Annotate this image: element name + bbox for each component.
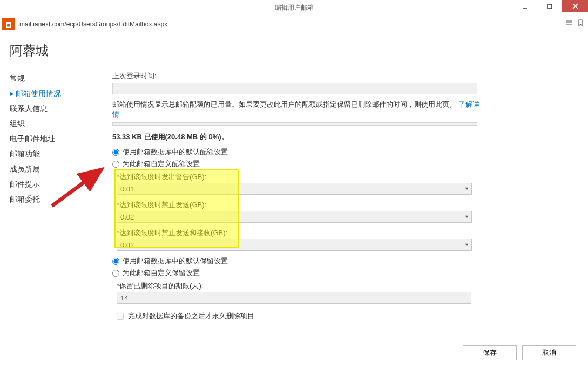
cancel-button[interactable]: 取消 [522, 345, 576, 360]
main-panel: 上次登录时间: 邮箱使用情况显示总邮箱配额的已用量。如果要更改此用户的配额或指定… [111, 71, 578, 321]
save-button[interactable]: 保存 [463, 345, 517, 360]
quota-warn-input[interactable] [117, 183, 462, 195]
maximize-button[interactable] [537, 0, 562, 12]
nav-member-of[interactable]: 成员所属 [10, 162, 111, 177]
quota-send-input[interactable] [117, 211, 462, 223]
backup-checkbox-row[interactable]: 完成对数据库的备份之后才永久删除项目 [117, 311, 578, 321]
description-underline-box [112, 122, 477, 126]
window-title: 编辑用户邮箱 [275, 3, 314, 12]
last-login-label: 上次登录时间: [112, 71, 578, 81]
quota-radio-default-row[interactable]: 使用邮箱数据库中的默认配额设置 [112, 147, 578, 157]
svg-rect-4 [7, 22, 11, 23]
minimize-button[interactable] [512, 0, 537, 12]
usage-summary: 53.33 KB 已使用(20.48 MB 的 0%)。 [112, 132, 578, 142]
sidebar-nav: 常规 邮箱使用情况 联系人信息 组织 电子邮件地址 邮箱功能 成员所属 邮件提示… [10, 71, 111, 321]
quota-sr-input[interactable] [117, 239, 462, 251]
svg-rect-1 [548, 4, 552, 9]
retention-days-input[interactable] [117, 292, 471, 304]
page-title: 阿蓉城 [10, 42, 578, 59]
quota-warn-label: *达到该限度时发出警告(GB): [117, 172, 578, 182]
backup-checkbox-label: 完成对数据库的备份之后才永久删除项目 [128, 311, 254, 321]
window-titlebar: 编辑用户邮箱 [0, 0, 588, 16]
quota-radio-custom-label: 为此邮箱自定义配额设置 [123, 159, 200, 169]
nav-mailbox-delegation[interactable]: 邮箱委托 [10, 192, 111, 207]
quota-radio-default-label: 使用邮箱数据库中的默认配额设置 [123, 147, 228, 157]
nav-contact-info[interactable]: 联系人信息 [10, 101, 111, 117]
last-login-value [112, 83, 477, 94]
address-bar: mail.ianext.com/ecp/UsersGroups/EditMail… [0, 16, 588, 32]
url-text[interactable]: mail.ianext.com/ecp/UsersGroups/EditMail… [19, 20, 565, 28]
close-button[interactable] [562, 0, 588, 12]
nav-general[interactable]: 常规 [10, 71, 111, 86]
site-icon [2, 18, 15, 30]
window-controls [512, 0, 588, 16]
nav-mailbox-features[interactable]: 邮箱功能 [10, 147, 111, 162]
retention-days-label: *保留已删除项目的期限(天): [117, 281, 578, 291]
retention-radio-default-row[interactable]: 使用邮箱数据库中的默认保留设置 [112, 256, 578, 266]
quota-send-dropdown[interactable]: ▼ [462, 211, 472, 223]
quota-warn-dropdown[interactable]: ▼ [462, 183, 472, 195]
quota-radio-custom-row[interactable]: 为此邮箱自定义配额设置 [112, 159, 578, 169]
addressbar-tools [565, 19, 584, 29]
backup-checkbox[interactable] [117, 313, 124, 320]
retention-radio-custom[interactable] [112, 270, 119, 277]
quota-radio-default[interactable] [112, 149, 119, 156]
dialog-footer: 保存 取消 [463, 345, 576, 360]
nav-mailbox-usage[interactable]: 邮箱使用情况 [10, 86, 111, 101]
retention-radio-default[interactable] [112, 258, 119, 265]
quota-radio-custom[interactable] [112, 161, 119, 168]
quota-sr-dropdown[interactable]: ▼ [462, 239, 472, 251]
reading-view-icon[interactable] [565, 20, 573, 28]
quota-send-label: *达到该限度时禁止发送(GB): [117, 200, 578, 210]
bookmark-icon[interactable] [577, 19, 584, 29]
retention-radio-default-label: 使用邮箱数据库中的默认保留设置 [123, 256, 228, 266]
usage-description: 邮箱使用情况显示总邮箱配额的已用量。如果要更改此用户的配额或指定保留已删除邮件的… [112, 100, 479, 119]
retention-radio-custom-row[interactable]: 为此邮箱自定义保留设置 [112, 268, 578, 278]
nav-organization[interactable]: 组织 [10, 117, 111, 132]
nav-email-address[interactable]: 电子邮件地址 [10, 132, 111, 147]
quota-sr-label: *达到该限度时禁止发送和接收(GB): [117, 228, 578, 238]
nav-mail-tip[interactable]: 邮件提示 [10, 177, 111, 192]
retention-radio-custom-label: 为此邮箱自定义保留设置 [123, 268, 200, 278]
